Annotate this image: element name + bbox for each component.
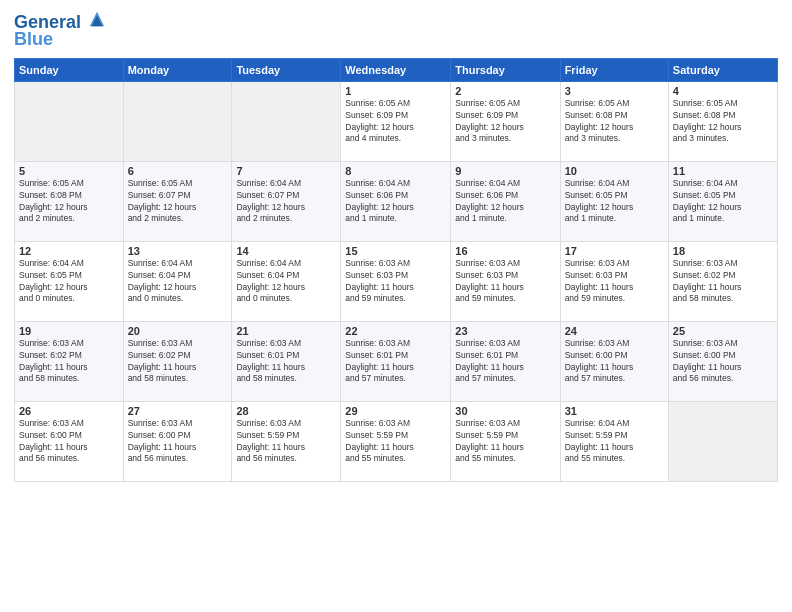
day-info: Sunrise: 6:03 AM Sunset: 6:02 PM Dayligh…: [673, 258, 773, 306]
day-info: Sunrise: 6:03 AM Sunset: 6:01 PM Dayligh…: [455, 338, 555, 386]
day-number: 8: [345, 165, 446, 177]
day-info: Sunrise: 6:04 AM Sunset: 6:07 PM Dayligh…: [236, 178, 336, 226]
calendar-cell: 22Sunrise: 6:03 AM Sunset: 6:01 PM Dayli…: [341, 321, 451, 401]
calendar-body: 1Sunrise: 6:05 AM Sunset: 6:09 PM Daylig…: [15, 81, 778, 481]
calendar-cell: 30Sunrise: 6:03 AM Sunset: 5:59 PM Dayli…: [451, 401, 560, 481]
calendar-cell: 24Sunrise: 6:03 AM Sunset: 6:00 PM Dayli…: [560, 321, 668, 401]
day-info: Sunrise: 6:04 AM Sunset: 6:04 PM Dayligh…: [236, 258, 336, 306]
day-info: Sunrise: 6:05 AM Sunset: 6:08 PM Dayligh…: [19, 178, 119, 226]
calendar-cell: 27Sunrise: 6:03 AM Sunset: 6:00 PM Dayli…: [123, 401, 232, 481]
day-info: Sunrise: 6:04 AM Sunset: 5:59 PM Dayligh…: [565, 418, 664, 466]
calendar-cell: 9Sunrise: 6:04 AM Sunset: 6:06 PM Daylig…: [451, 161, 560, 241]
day-number: 29: [345, 405, 446, 417]
calendar-table: SundayMondayTuesdayWednesdayThursdayFrid…: [14, 58, 778, 482]
day-info: Sunrise: 6:03 AM Sunset: 5:59 PM Dayligh…: [455, 418, 555, 466]
day-number: 14: [236, 245, 336, 257]
weekday-header-cell: Tuesday: [232, 58, 341, 81]
day-number: 22: [345, 325, 446, 337]
day-info: Sunrise: 6:03 AM Sunset: 6:00 PM Dayligh…: [673, 338, 773, 386]
weekday-header-cell: Friday: [560, 58, 668, 81]
day-number: 26: [19, 405, 119, 417]
day-info: Sunrise: 6:03 AM Sunset: 6:01 PM Dayligh…: [236, 338, 336, 386]
calendar-cell: 7Sunrise: 6:04 AM Sunset: 6:07 PM Daylig…: [232, 161, 341, 241]
calendar-page: General Blue SundayMondayTuesdayWednesda…: [0, 0, 792, 612]
day-info: Sunrise: 6:05 AM Sunset: 6:08 PM Dayligh…: [565, 98, 664, 146]
calendar-cell: 12Sunrise: 6:04 AM Sunset: 6:05 PM Dayli…: [15, 241, 124, 321]
calendar-cell: [668, 401, 777, 481]
day-number: 12: [19, 245, 119, 257]
calendar-cell: 16Sunrise: 6:03 AM Sunset: 6:03 PM Dayli…: [451, 241, 560, 321]
calendar-cell: 15Sunrise: 6:03 AM Sunset: 6:03 PM Dayli…: [341, 241, 451, 321]
calendar-cell: 13Sunrise: 6:04 AM Sunset: 6:04 PM Dayli…: [123, 241, 232, 321]
calendar-cell: 19Sunrise: 6:03 AM Sunset: 6:02 PM Dayli…: [15, 321, 124, 401]
day-info: Sunrise: 6:03 AM Sunset: 5:59 PM Dayligh…: [236, 418, 336, 466]
day-number: 25: [673, 325, 773, 337]
day-number: 31: [565, 405, 664, 417]
calendar-cell: 29Sunrise: 6:03 AM Sunset: 5:59 PM Dayli…: [341, 401, 451, 481]
day-info: Sunrise: 6:03 AM Sunset: 5:59 PM Dayligh…: [345, 418, 446, 466]
day-info: Sunrise: 6:03 AM Sunset: 6:00 PM Dayligh…: [128, 418, 228, 466]
day-info: Sunrise: 6:04 AM Sunset: 6:05 PM Dayligh…: [565, 178, 664, 226]
day-info: Sunrise: 6:04 AM Sunset: 6:05 PM Dayligh…: [19, 258, 119, 306]
day-number: 17: [565, 245, 664, 257]
day-info: Sunrise: 6:03 AM Sunset: 6:02 PM Dayligh…: [128, 338, 228, 386]
day-number: 16: [455, 245, 555, 257]
calendar-week-row: 1Sunrise: 6:05 AM Sunset: 6:09 PM Daylig…: [15, 81, 778, 161]
logo: General Blue: [14, 10, 106, 50]
day-number: 1: [345, 85, 446, 97]
calendar-cell: 5Sunrise: 6:05 AM Sunset: 6:08 PM Daylig…: [15, 161, 124, 241]
day-info: Sunrise: 6:03 AM Sunset: 6:01 PM Dayligh…: [345, 338, 446, 386]
logo-icon: [88, 10, 106, 28]
day-number: 5: [19, 165, 119, 177]
calendar-cell: 6Sunrise: 6:05 AM Sunset: 6:07 PM Daylig…: [123, 161, 232, 241]
day-info: Sunrise: 6:03 AM Sunset: 6:03 PM Dayligh…: [565, 258, 664, 306]
weekday-header-cell: Saturday: [668, 58, 777, 81]
calendar-cell: [123, 81, 232, 161]
day-number: 27: [128, 405, 228, 417]
calendar-cell: 2Sunrise: 6:05 AM Sunset: 6:09 PM Daylig…: [451, 81, 560, 161]
day-number: 21: [236, 325, 336, 337]
day-info: Sunrise: 6:04 AM Sunset: 6:05 PM Dayligh…: [673, 178, 773, 226]
calendar-week-row: 26Sunrise: 6:03 AM Sunset: 6:00 PM Dayli…: [15, 401, 778, 481]
calendar-cell: 28Sunrise: 6:03 AM Sunset: 5:59 PM Dayli…: [232, 401, 341, 481]
day-info: Sunrise: 6:03 AM Sunset: 6:03 PM Dayligh…: [455, 258, 555, 306]
day-info: Sunrise: 6:03 AM Sunset: 6:00 PM Dayligh…: [19, 418, 119, 466]
calendar-week-row: 5Sunrise: 6:05 AM Sunset: 6:08 PM Daylig…: [15, 161, 778, 241]
day-info: Sunrise: 6:03 AM Sunset: 6:03 PM Dayligh…: [345, 258, 446, 306]
day-number: 15: [345, 245, 446, 257]
day-number: 18: [673, 245, 773, 257]
calendar-cell: 11Sunrise: 6:04 AM Sunset: 6:05 PM Dayli…: [668, 161, 777, 241]
weekday-header-row: SundayMondayTuesdayWednesdayThursdayFrid…: [15, 58, 778, 81]
day-number: 10: [565, 165, 664, 177]
calendar-week-row: 12Sunrise: 6:04 AM Sunset: 6:05 PM Dayli…: [15, 241, 778, 321]
day-number: 9: [455, 165, 555, 177]
calendar-cell: 25Sunrise: 6:03 AM Sunset: 6:00 PM Dayli…: [668, 321, 777, 401]
calendar-cell: [15, 81, 124, 161]
day-number: 7: [236, 165, 336, 177]
calendar-cell: 20Sunrise: 6:03 AM Sunset: 6:02 PM Dayli…: [123, 321, 232, 401]
calendar-cell: 23Sunrise: 6:03 AM Sunset: 6:01 PM Dayli…: [451, 321, 560, 401]
calendar-cell: 17Sunrise: 6:03 AM Sunset: 6:03 PM Dayli…: [560, 241, 668, 321]
day-info: Sunrise: 6:04 AM Sunset: 6:06 PM Dayligh…: [455, 178, 555, 226]
calendar-cell: 3Sunrise: 6:05 AM Sunset: 6:08 PM Daylig…: [560, 81, 668, 161]
day-number: 4: [673, 85, 773, 97]
calendar-cell: 26Sunrise: 6:03 AM Sunset: 6:00 PM Dayli…: [15, 401, 124, 481]
day-number: 11: [673, 165, 773, 177]
weekday-header-cell: Thursday: [451, 58, 560, 81]
day-number: 3: [565, 85, 664, 97]
weekday-header-cell: Wednesday: [341, 58, 451, 81]
day-number: 20: [128, 325, 228, 337]
calendar-cell: 31Sunrise: 6:04 AM Sunset: 5:59 PM Dayli…: [560, 401, 668, 481]
day-number: 28: [236, 405, 336, 417]
calendar-week-row: 19Sunrise: 6:03 AM Sunset: 6:02 PM Dayli…: [15, 321, 778, 401]
calendar-cell: 8Sunrise: 6:04 AM Sunset: 6:06 PM Daylig…: [341, 161, 451, 241]
day-number: 13: [128, 245, 228, 257]
calendar-cell: 14Sunrise: 6:04 AM Sunset: 6:04 PM Dayli…: [232, 241, 341, 321]
calendar-cell: [232, 81, 341, 161]
day-info: Sunrise: 6:05 AM Sunset: 6:08 PM Dayligh…: [673, 98, 773, 146]
calendar-cell: 10Sunrise: 6:04 AM Sunset: 6:05 PM Dayli…: [560, 161, 668, 241]
day-info: Sunrise: 6:03 AM Sunset: 6:02 PM Dayligh…: [19, 338, 119, 386]
day-number: 2: [455, 85, 555, 97]
day-number: 30: [455, 405, 555, 417]
weekday-header-cell: Monday: [123, 58, 232, 81]
